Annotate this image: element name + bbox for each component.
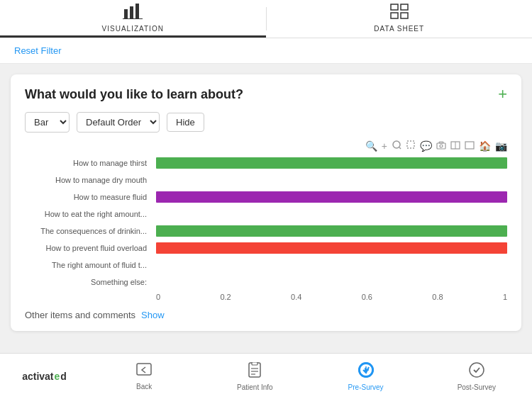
chart-row: The right amount of fluid t... — [156, 257, 507, 273]
chart-toolbar: 🔍 + 💬 🏠 📷 — [25, 140, 507, 152]
chart-row: How to measure fluid — [156, 189, 507, 205]
nav-item-logo: activated — [0, 354, 89, 399]
chart-bar-container — [156, 242, 507, 254]
svg-rect-16 — [465, 142, 474, 149]
other-items-label: Other items and comments — [25, 310, 135, 320]
svg-line-9 — [399, 147, 401, 149]
nav-label-post-survey: Post-Survey — [458, 383, 496, 391]
chart-bar — [156, 242, 507, 254]
card-plus-button[interactable]: + — [498, 85, 507, 103]
chart-label: The right amount of fluid t... — [25, 261, 153, 269]
activated-logo: activated — [22, 371, 67, 382]
chart-row: How to eat the right amount... — [156, 206, 507, 222]
svg-rect-10 — [407, 141, 414, 148]
nav-item-post-survey[interactable]: Post-Survey — [421, 354, 532, 399]
svg-point-8 — [393, 141, 400, 148]
logo-text-ed: d — [60, 371, 67, 382]
chart-label: How to manage dry mouth — [25, 176, 153, 184]
chart-label: How to prevent fluid overload — [25, 244, 153, 252]
tab-data-sheet-label: DATA SHEET — [374, 25, 424, 33]
svg-rect-13 — [439, 142, 443, 143]
svg-rect-11 — [437, 143, 445, 149]
x-axis-label: 0.8 — [432, 293, 443, 301]
chart-label: How to manage thirst — [25, 159, 153, 167]
chart-bar-container — [156, 225, 507, 237]
card-title: What would you like to learn about? — [25, 87, 243, 102]
nav-item-patient-info[interactable]: Patient Info — [199, 354, 310, 399]
chart-bar-container — [156, 259, 507, 271]
order-select[interactable]: Default Order Ascending Descending — [77, 112, 160, 133]
chart-row: How to manage thirst — [156, 155, 507, 171]
svg-point-28 — [470, 363, 484, 377]
chart-row: Something else: — [156, 274, 507, 290]
logo-text-at: e — [55, 371, 60, 382]
add-icon[interactable]: + — [382, 140, 387, 152]
home-icon[interactable]: 🏠 — [479, 140, 491, 152]
box1-icon[interactable] — [450, 140, 460, 152]
x-axis-label: 1 — [503, 293, 507, 301]
bottom-nav: activated Back Patient Info — [0, 353, 532, 399]
tab-bar: VISUALIZATION DATA SHEET — [0, 0, 532, 38]
card-header: What would you like to learn about? + — [25, 85, 507, 103]
chart-bar-container — [156, 208, 507, 220]
x-axis-label: 0.6 — [362, 293, 372, 301]
lasso-icon[interactable] — [392, 140, 401, 152]
nav-label-back: Back — [136, 383, 152, 390]
chart-bar-container — [156, 174, 507, 186]
screenshot-icon[interactable] — [436, 140, 446, 152]
x-axis-label: 0 — [156, 293, 160, 301]
tab-visualization[interactable]: VISUALIZATION — [0, 0, 266, 38]
chart-bar — [156, 191, 507, 203]
svg-rect-4 — [391, 4, 398, 10]
nav-item-pre-survey[interactable]: Pre-Survey — [311, 354, 421, 399]
box-select-icon[interactable] — [406, 140, 416, 152]
chart-bar-container — [156, 191, 507, 203]
chart-label: How to eat the right amount... — [25, 210, 153, 218]
svg-rect-19 — [252, 362, 257, 365]
chart-type-select[interactable]: Bar Pie Line — [25, 112, 70, 133]
back-icon — [136, 363, 152, 381]
zoom-icon[interactable]: 🔍 — [365, 140, 377, 152]
svg-rect-5 — [401, 4, 408, 10]
chart-bar — [156, 157, 507, 169]
svg-rect-17 — [137, 364, 151, 375]
show-button[interactable]: Show — [141, 310, 165, 320]
chart-row: How to prevent fluid overload — [156, 240, 507, 256]
x-axis: 0 0.2 0.4 0.6 0.8 1 — [25, 293, 507, 301]
visualization-icon — [123, 4, 143, 23]
svg-rect-6 — [391, 13, 398, 18]
chart-bar — [156, 225, 507, 237]
svg-rect-7 — [401, 13, 408, 18]
chart-bar-container — [156, 157, 507, 169]
patient-info-icon — [248, 362, 261, 381]
svg-point-12 — [440, 145, 443, 147]
chart-controls: Bar Pie Line Default Order Ascending Des… — [25, 112, 507, 133]
comment-icon[interactable]: 💬 — [420, 140, 432, 152]
nav-label-patient-info: Patient Info — [237, 383, 273, 391]
box2-icon[interactable] — [465, 140, 475, 152]
chart-label: Something else: — [25, 278, 153, 286]
main-content: What would you like to learn about? + Ba… — [0, 64, 532, 353]
nav-label-pre-survey: Pre-Survey — [348, 383, 384, 391]
reset-filter-label[interactable]: Reset Filter — [14, 45, 61, 56]
tab-visualization-label: VISUALIZATION — [102, 25, 164, 33]
svg-rect-2 — [135, 4, 139, 19]
logo-text-act: activat — [22, 371, 53, 382]
hide-button[interactable]: Hide — [167, 113, 204, 132]
x-axis-label: 0.2 — [220, 293, 231, 301]
tab-data-sheet[interactable]: DATA SHEET — [267, 0, 533, 38]
reset-filter-bar: Reset Filter — [0, 38, 532, 64]
other-items: Other items and comments Show — [25, 310, 507, 320]
svg-rect-1 — [130, 6, 133, 19]
chart-area: How to manage thirst How to manage dry m… — [25, 155, 507, 290]
chart-bar-container — [156, 276, 507, 288]
chart-row: The consequences of drinkin... — [156, 223, 507, 239]
chart-label: The consequences of drinkin... — [25, 227, 153, 235]
chart-label: How to measure fluid — [25, 193, 153, 201]
nav-item-back[interactable]: Back — [89, 354, 199, 399]
pre-survey-icon — [358, 362, 374, 381]
camera-icon[interactable]: 📷 — [495, 140, 507, 152]
chart-row: How to manage dry mouth — [156, 172, 507, 188]
data-sheet-icon — [390, 4, 409, 23]
svg-rect-0 — [124, 9, 128, 19]
